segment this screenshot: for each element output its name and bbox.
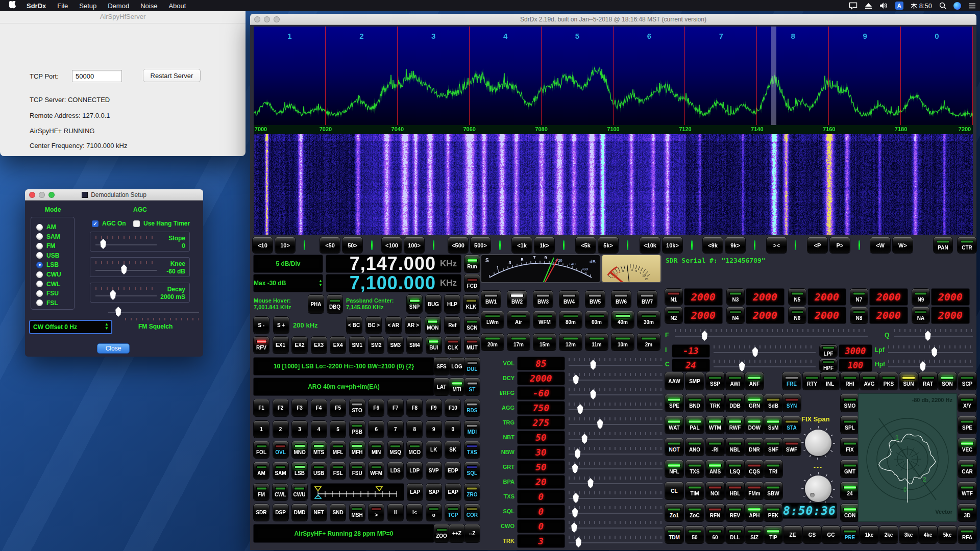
15m-button[interactable]: 15m	[533, 334, 556, 350]
c-slider[interactable]	[714, 360, 816, 371]
siri-icon[interactable]	[953, 2, 961, 10]
z-button[interactable]: ++Z	[449, 524, 464, 542]
zoo-button[interactable]: ZOO	[434, 524, 449, 542]
i-slider[interactable]	[714, 345, 816, 357]
bui-button[interactable]: BUI	[426, 337, 442, 354]
tcp-button[interactable]: TCP	[445, 504, 460, 521]
bw6-button[interactable]: BW6	[611, 291, 631, 308]
f-slider[interactable]	[675, 329, 868, 340]
fmm-button[interactable]: FMm	[745, 482, 764, 499]
step-500-button[interactable]: <500	[448, 237, 468, 253]
cw-offset-spinner[interactable]: ▲▼	[105, 322, 109, 331]
demod-title-bar[interactable]: Demodulation Setup	[25, 189, 203, 201]
x-y-button[interactable]: X/Y	[958, 394, 976, 412]
5-button[interactable]: 5	[330, 421, 346, 438]
fsl-button[interactable]: FSL	[330, 462, 346, 479]
ref-button[interactable]: Ref	[445, 317, 460, 334]
pks-button[interactable]: PKS	[879, 372, 898, 390]
11m-button[interactable]: 11m	[585, 334, 608, 350]
step-p-button[interactable]: P>	[830, 237, 850, 253]
lat-button[interactable]: LAT	[434, 378, 449, 395]
cwo-param-slider[interactable]	[569, 521, 663, 532]
mode-radio-fsl[interactable]	[36, 299, 43, 306]
step-9k-button[interactable]: <9k	[703, 237, 723, 253]
rev-button[interactable]: REV	[726, 504, 744, 521]
lpf-slider[interactable]	[888, 345, 973, 357]
mode-radio-cwl[interactable]	[36, 281, 43, 287]
step-50-button[interactable]: <50	[320, 237, 340, 253]
5kc-button[interactable]: 5kc	[938, 526, 957, 543]
st-button[interactable]: ST	[464, 378, 480, 395]
dsp-button[interactable]: DSP	[273, 504, 288, 521]
knee-slider-handle[interactable]	[120, 264, 128, 274]
restart-server-button[interactable]: Restart Server	[143, 69, 201, 82]
menu-item-sdrdx[interactable]: SdrDx	[21, 2, 52, 10]
snd-button[interactable]: SND	[330, 504, 346, 521]
spe-button[interactable]: SPE	[665, 394, 683, 412]
rfa-button[interactable]: RFA	[958, 526, 976, 543]
mode-option-fm[interactable]: FM	[36, 242, 55, 249]
main-title-bar[interactable]: SdrDx 2.19d, built on Jan--5-2018 @ 18:1…	[250, 14, 976, 25]
ldp-button[interactable]: LDP	[407, 462, 422, 479]
ii-button[interactable]: II	[388, 504, 403, 521]
agc-on-checkbox-row[interactable]: ✓ AGC On	[92, 220, 126, 227]
snp-button[interactable]: SNP	[407, 295, 422, 313]
sql-param-slider[interactable]	[569, 506, 663, 517]
sk-button[interactable]: SK	[445, 441, 460, 458]
sm2-button[interactable]: SM2	[369, 337, 384, 354]
dll-button[interactable]: DLL	[726, 526, 744, 543]
scn-button[interactable]: SCN	[464, 317, 480, 334]
ri-button[interactable]: -RI	[706, 438, 724, 456]
hpf-button[interactable]: HPF	[820, 359, 837, 371]
step-10-button[interactable]: 10>	[275, 237, 295, 253]
spectrum-display[interactable]: 1234567890	[254, 27, 973, 125]
mode-radio-fm[interactable]	[36, 243, 43, 249]
slope-slider[interactable]: Slope0	[90, 232, 190, 252]
log-button[interactable]: LOG	[449, 358, 464, 375]
s-button[interactable]: S -	[254, 317, 269, 334]
na-button[interactable]: NA	[912, 307, 929, 323]
lds-button[interactable]: LDS	[388, 462, 403, 479]
mfh-button[interactable]: MFH	[350, 441, 365, 458]
min-button[interactable]: MIN	[369, 441, 384, 458]
mode-radio-cwu[interactable]	[36, 271, 43, 278]
f10-button[interactable]: F10	[445, 399, 460, 416]
sm3-button[interactable]: SM3	[388, 337, 403, 354]
wfm-button[interactable]: WFM	[369, 462, 384, 479]
run-button[interactable]: Run	[464, 255, 480, 272]
main-frequency-display[interactable]: 7,147.000KHz	[326, 255, 461, 272]
mno-button[interactable]: MNO	[292, 441, 307, 458]
10m-button[interactable]: 10m	[611, 334, 634, 350]
aaw-button[interactable]: AAW	[665, 372, 683, 390]
lk-button[interactable]: LK	[426, 441, 442, 458]
not-button[interactable]: NOT	[665, 438, 683, 456]
f9-button[interactable]: F9	[426, 399, 442, 416]
cw-offset-field[interactable]: CW Offset 0 Hz ▲▼	[29, 320, 112, 334]
close-button[interactable]: Close	[97, 343, 130, 354]
3d-button[interactable]: 3D	[958, 504, 976, 521]
vol-param-slider[interactable]	[569, 358, 663, 369]
mti-button[interactable]: MTI	[449, 378, 464, 395]
ovl-button[interactable]: OVL	[273, 441, 288, 458]
sdr-button[interactable]: SDR	[254, 504, 269, 521]
step-9k-button[interactable]: 9k>	[725, 237, 745, 253]
chat-icon[interactable]	[849, 2, 857, 10]
dmd-button[interactable]: DMD	[292, 504, 307, 521]
cwl-button[interactable]: CWL	[273, 484, 288, 500]
f7-button[interactable]: F7	[388, 399, 403, 416]
zoc-button[interactable]: ZoC	[685, 504, 704, 521]
sfs-button[interactable]: SFS	[434, 358, 449, 375]
center-frequency-display[interactable]: 7,100.000KHz	[326, 274, 461, 292]
lsb-button[interactable]: LSB	[292, 462, 307, 479]
lap-button[interactable]: LAP	[407, 484, 423, 500]
bw4-button[interactable]: BW4	[559, 291, 579, 308]
bw7-button[interactable]: BW7	[638, 291, 657, 308]
menu-item-noise[interactable]: Noise	[135, 2, 163, 10]
mode-option-lsb[interactable]: LSB	[36, 261, 59, 268]
vec-button[interactable]: VEC	[958, 438, 976, 456]
wat-button[interactable]: WAT	[665, 416, 683, 434]
dcy-param-slider[interactable]	[569, 373, 663, 384]
step-10k-button[interactable]: 10k>	[663, 237, 682, 253]
step-500-button[interactable]: 500>	[471, 237, 491, 253]
bc-button[interactable]: < BC	[347, 317, 362, 334]
